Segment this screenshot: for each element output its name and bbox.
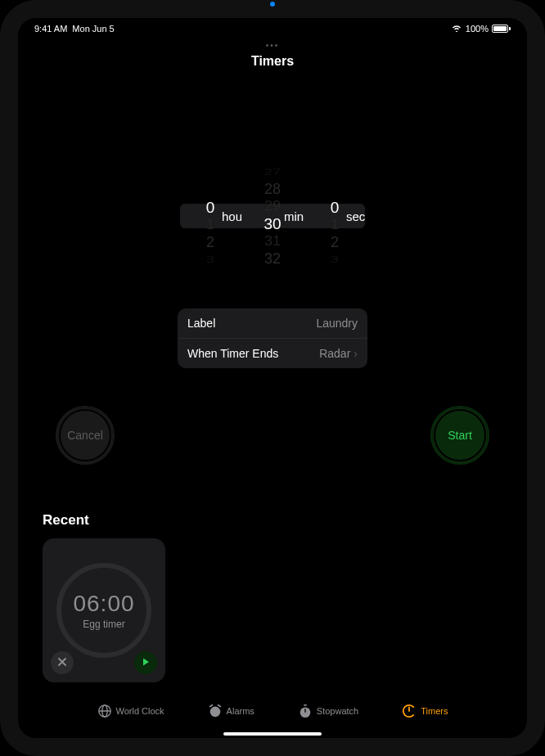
timer-icon (402, 704, 417, 718)
tab-timers[interactable]: Timers (402, 704, 448, 718)
tab-bar: World Clock Alarms Stopwatch Timers (18, 704, 527, 728)
wheel-option: 32 (260, 250, 285, 268)
ends-value: Radar (319, 347, 350, 360)
duration-picker[interactable]: 0 1 2 3 hours 27 28 29 30 31 32 33 min 0… (18, 164, 527, 268)
wheel-option: 27 (260, 167, 285, 178)
home-indicator[interactable] (223, 732, 322, 736)
tab-alarms[interactable]: Alarms (208, 704, 254, 718)
hours-unit: hours (222, 209, 241, 223)
hours-wheel[interactable]: 0 1 2 3 hours (179, 164, 241, 268)
close-icon (57, 657, 67, 669)
tab-label: Stopwatch (317, 706, 358, 716)
svg-point-3 (209, 707, 220, 718)
label-row[interactable]: Label Laundry (178, 308, 367, 338)
wheel-option: 31 (260, 234, 285, 250)
page-title: Timers (18, 54, 527, 69)
wheel-option (198, 187, 223, 198)
multitask-indicator[interactable]: ••• (266, 41, 280, 50)
stopwatch-icon (298, 704, 313, 718)
svg-rect-5 (304, 704, 307, 706)
wheel-option: 2 (198, 234, 223, 251)
globe-icon (97, 704, 112, 718)
wheel-option: 1 (198, 218, 223, 233)
status-date: Mon Jun 5 (72, 24, 114, 34)
wheel-option (322, 166, 347, 173)
status-time: 9:41 AM (34, 24, 67, 34)
start-button[interactable]: Start (432, 407, 488, 463)
camera-indicator (270, 2, 275, 7)
wheel-selected: 30 (260, 215, 285, 233)
minutes-wheel[interactable]: 27 28 29 30 31 32 33 min (241, 164, 304, 268)
wifi-icon (451, 24, 462, 34)
minutes-unit: min (284, 209, 304, 223)
seconds-unit: sec (346, 209, 365, 223)
wheel-selected: 0 (322, 199, 347, 217)
remove-timer-button[interactable] (51, 651, 74, 674)
seconds-wheel[interactable]: 0 1 2 3 sec (304, 164, 366, 268)
wheel-option: 28 (260, 181, 285, 198)
wheel-option (198, 166, 223, 173)
ends-title: When Timer Ends (187, 347, 278, 360)
timer-progress-ring: 06:00 Egg timer (56, 563, 151, 658)
alarm-icon (208, 704, 223, 718)
wheel-option (322, 187, 347, 198)
recent-timer-card[interactable]: 06:00 Egg timer (43, 538, 165, 682)
tab-world-clock[interactable]: World Clock (97, 704, 164, 718)
timer-card-label: Egg timer (83, 619, 124, 630)
battery-icon (492, 25, 511, 33)
status-bar: 9:41 AM Mon Jun 5 100% (18, 18, 527, 36)
chevron-right-icon: › (354, 347, 358, 360)
wheel-option: 29 (260, 199, 285, 214)
recent-section: Recent 06:00 Egg timer (43, 512, 502, 682)
wheel-option: 3 (198, 254, 223, 265)
cancel-button[interactable]: Cancel (57, 407, 113, 463)
wheel-option: 2 (322, 234, 347, 251)
wheel-option (322, 175, 347, 187)
recent-heading: Recent (43, 512, 502, 529)
timer-settings: Label Laundry When Timer Ends Radar › (178, 308, 367, 368)
when-timer-ends-row[interactable]: When Timer Ends Radar › (178, 338, 367, 368)
tab-label: Alarms (227, 706, 254, 716)
tab-label: World Clock (116, 706, 164, 716)
battery-percent: 100% (466, 24, 489, 34)
tab-stopwatch[interactable]: Stopwatch (298, 704, 358, 718)
label-title: Label (187, 317, 215, 330)
play-icon (141, 657, 151, 669)
tab-label: Timers (421, 706, 448, 716)
wheel-option: 3 (322, 254, 347, 265)
play-timer-button[interactable] (134, 651, 157, 674)
label-value: Laundry (316, 317, 358, 330)
timer-duration: 06:00 (73, 591, 134, 617)
wheel-option (198, 175, 223, 187)
wheel-option: 1 (322, 218, 347, 233)
wheel-selected: 0 (198, 199, 223, 217)
screen: 9:41 AM Mon Jun 5 100% ••• Timers 0 1 2 … (18, 18, 527, 738)
timer-controls: Cancel Start (18, 407, 527, 473)
